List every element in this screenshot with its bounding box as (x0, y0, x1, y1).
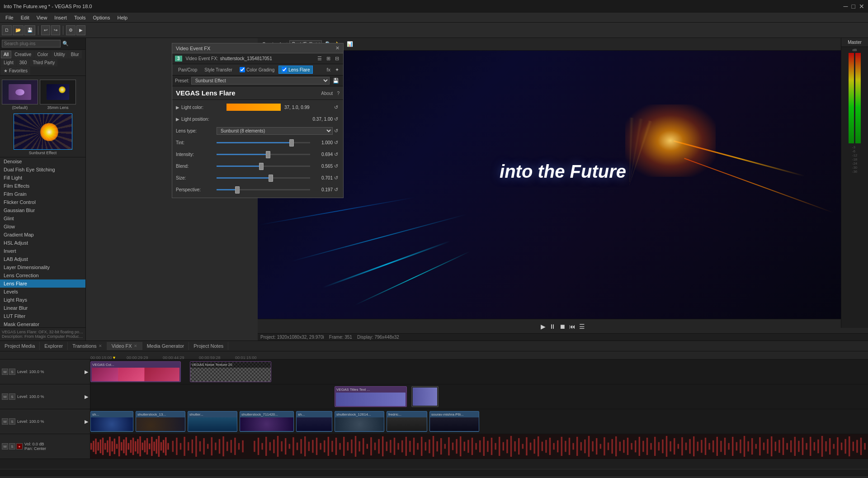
clip-sh4[interactable]: shutterstock_711420... (240, 411, 294, 432)
clip-sh5[interactable]: sh... (296, 411, 332, 432)
clip-sh2[interactable]: shutterstock_13... (136, 411, 185, 432)
light-color-reset[interactable]: ↺ (333, 104, 340, 111)
track-1-content[interactable]: VEGAS Col... VEGAS Noise Texture 20 (90, 360, 868, 384)
stop-btn[interactable]: ⏹ (559, 323, 566, 330)
clip-sourav[interactable]: sourav-mishra-P6i... (429, 411, 479, 432)
tab-transitions[interactable]: Transitions ✕ (68, 342, 107, 350)
tint-slider[interactable] (217, 139, 310, 146)
fx-tab-colorgrading[interactable]: Color Grading (236, 66, 278, 74)
menu-insert[interactable]: Insert (51, 15, 71, 20)
plugin-lens-correction[interactable]: Lens Correction (0, 271, 85, 279)
ptab-color[interactable]: Color (34, 51, 51, 58)
open-btn[interactable]: 📂 (13, 25, 24, 35)
tab-media-generator[interactable]: Media Generator (142, 342, 189, 350)
track-1-expand[interactable]: ▶ (85, 369, 88, 375)
fx-grid-view-btn[interactable]: ⊞ (325, 55, 332, 62)
rewind-btn[interactable]: ⏮ (569, 323, 576, 330)
clip-vegas-noise[interactable]: VEGAS Noise Texture 20 (190, 361, 271, 382)
menu-tools[interactable]: Tools (71, 15, 90, 20)
close-btn[interactable]: ✕ (859, 3, 864, 10)
track-1-solo[interactable]: S (9, 369, 15, 375)
timeline-scrollbar[interactable] (0, 469, 868, 475)
plugin-gaussian-blur[interactable]: Gaussian Blur (0, 206, 85, 214)
perspective-reset[interactable]: ↺ (333, 186, 340, 193)
fx-tab-lensflare[interactable]: Lens Flare (278, 66, 313, 74)
colorgrading-check[interactable] (240, 67, 245, 72)
thumb-sunburst[interactable] (14, 114, 72, 150)
clip-vegas-col[interactable]: VEGAS Col... (90, 361, 181, 382)
plugin-film-effects[interactable]: Film Effects (0, 182, 85, 190)
audio-mute[interactable]: M (2, 443, 8, 450)
ptab-360[interactable]: 360 (17, 59, 30, 66)
ptab-all[interactable]: All (1, 51, 11, 58)
render-btn[interactable]: ▶ (76, 25, 85, 35)
plugin-glow[interactable]: Glow (0, 222, 85, 231)
plugin-hsl-adjust[interactable]: HSL Adjust (0, 239, 85, 247)
new-btn[interactable]: 🗋 (2, 25, 12, 35)
lensflare-check[interactable] (282, 67, 287, 72)
intensity-slider[interactable] (217, 151, 310, 158)
tab-project-media[interactable]: Project Media (0, 342, 40, 350)
track-3-mute[interactable]: M (2, 418, 8, 425)
track-2-expand[interactable]: ▶ (85, 394, 88, 400)
plugin-fill-light[interactable]: Fill Light (0, 174, 85, 182)
minimize-btn[interactable]: ─ (844, 3, 848, 10)
tab-project-notes[interactable]: Project Notes (189, 342, 228, 350)
clip-titles[interactable]: VEGAS Titles Text ... (335, 386, 407, 407)
intensity-reset[interactable]: ↺ (333, 151, 340, 158)
clip-sh3[interactable]: shutter... (188, 411, 237, 432)
play-btn[interactable]: ▶ (541, 323, 546, 330)
size-reset[interactable]: ↺ (333, 175, 340, 181)
maximize-btn[interactable]: □ (852, 3, 855, 10)
plugin-flicker-control[interactable]: Flicker Control (0, 198, 85, 206)
menu-help[interactable]: Help (113, 15, 131, 20)
pause-btn[interactable]: ⏸ (549, 323, 556, 330)
plugin-light-rays[interactable]: Light Rays (0, 296, 85, 304)
ptab-third-party[interactable]: Third Party (30, 59, 57, 66)
light-position-reset[interactable]: ↺ (333, 116, 340, 123)
fx-tab-style[interactable]: Style Transfer (201, 66, 236, 74)
blend-slider[interactable] (217, 162, 310, 170)
save-btn[interactable]: 💾 (24, 25, 35, 35)
fx-tab-pancrop[interactable]: Pan/Crop (175, 66, 200, 74)
light-color-swatch[interactable] (226, 104, 281, 111)
ptab-utility[interactable]: Utility (51, 51, 67, 58)
plugin-glint[interactable]: Glint (0, 214, 85, 222)
menu-options[interactable]: Options (90, 15, 114, 20)
plugin-denoise[interactable]: Denoise (0, 157, 85, 166)
ptab-creative[interactable]: Creative (12, 51, 34, 58)
track-2-content[interactable]: VEGAS Titles Text ... (90, 384, 868, 409)
plugin-gradient-map[interactable]: Gradient Map (0, 231, 85, 239)
size-slider[interactable] (217, 174, 310, 181)
ptab-light[interactable]: Light (1, 59, 16, 66)
preview-image[interactable]: into the Future (258, 51, 868, 319)
tab-transitions-close[interactable]: ✕ (99, 344, 102, 348)
menu-file[interactable]: File (2, 15, 17, 20)
track-3-solo[interactable]: S (9, 418, 15, 425)
fx-wand-btn[interactable]: ✦ (334, 66, 340, 73)
fx-add-btn[interactable]: fx (325, 66, 332, 73)
preset-select[interactable]: Sunburst Effect Simple Flare Anamorphic (191, 77, 330, 85)
plugin-lab-adjust[interactable]: LAB Adjust (0, 255, 85, 263)
search-icon[interactable]: 🔍 (62, 41, 69, 47)
plugin-lens-flare[interactable]: Lens Flare (0, 279, 85, 288)
menu-edit[interactable]: Edit (17, 15, 33, 20)
preview-stats-btn[interactable]: 📊 (345, 41, 354, 47)
tint-reset[interactable]: ↺ (333, 139, 340, 146)
menu-btn[interactable]: ☰ (579, 323, 585, 330)
track-3-content[interactable]: sh... shutterstock_13... shutter... (90, 409, 868, 434)
audio-record[interactable]: ● (16, 443, 23, 450)
light-color-expand[interactable]: ▶ (176, 105, 179, 110)
plugin-levels[interactable]: Levels (0, 288, 85, 296)
clip-sh6[interactable]: shutterstock_12614... (335, 411, 384, 432)
clip-sh1[interactable]: sh... (90, 411, 133, 432)
undo-btn[interactable]: ↩ (41, 25, 50, 35)
plugin-film-grain[interactable]: Film Grain (0, 190, 85, 198)
plugin-lut-filter[interactable]: LUT Filter (0, 312, 85, 320)
fx-close-btn[interactable]: ✕ (335, 45, 340, 51)
track-2-mute[interactable]: M (2, 393, 8, 400)
clip-dark1[interactable] (411, 386, 439, 407)
menu-view[interactable]: View (33, 15, 51, 20)
tab-video-fx-close[interactable]: ✕ (134, 344, 137, 348)
clip-fredric[interactable]: fredric... (387, 411, 427, 432)
